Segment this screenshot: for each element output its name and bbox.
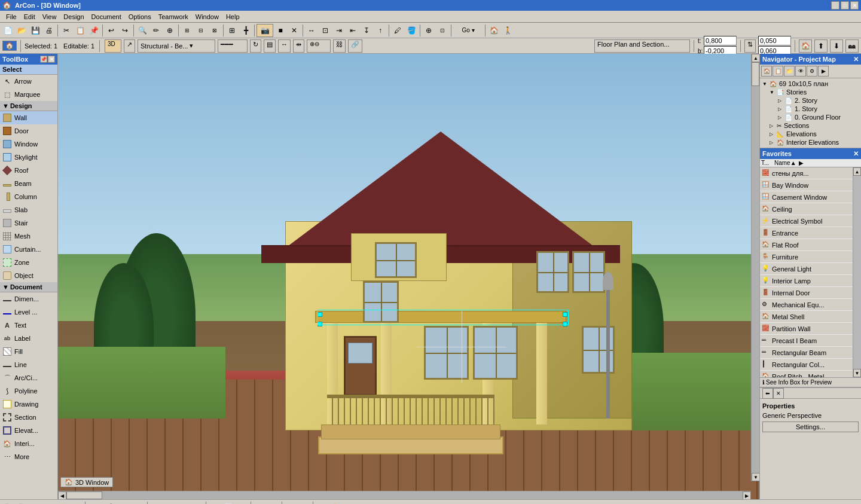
fav-item-6[interactable]: 🏠 Flat Roof <box>760 239 853 251</box>
select-tool[interactable]: Select <box>0 65 57 75</box>
menu-help[interactable]: Help <box>222 13 243 20</box>
document-section[interactable]: ▼ Document <box>0 282 57 292</box>
copy-button[interactable]: 📋 <box>74 24 87 37</box>
east-btn[interactable]: E <box>177 501 190 505</box>
pen-button[interactable]: 🖊 <box>391 24 404 37</box>
viewport-scrollbar-v[interactable]: ▲ ▼ <box>751 54 759 481</box>
toolbox-close[interactable]: ✕ <box>48 56 55 63</box>
zone-tool[interactable]: Zone <box>0 256 57 269</box>
tree-interior[interactable]: ▷ 🏠 Interior Elevations <box>761 138 860 146</box>
story-btn2[interactable]: ⬆ <box>814 39 828 53</box>
slab-tool[interactable]: Slab <box>0 203 57 216</box>
zoom-in-btn[interactable]: 🔍 <box>1 501 14 505</box>
expand-ground[interactable]: ▷ <box>778 115 784 120</box>
fav-item-9[interactable]: 💡 Interior Lamp <box>760 275 853 287</box>
c-input[interactable] <box>758 36 791 45</box>
scroll-left-btn[interactable]: ◀ <box>58 491 66 499</box>
nav-home-btn[interactable]: 🏠 <box>761 66 772 77</box>
render-button[interactable]: 📷 <box>257 24 273 37</box>
scroll-up-btn[interactable]: ▲ <box>752 54 759 62</box>
fav-sort-btn[interactable]: ▲ <box>790 160 799 166</box>
grid-button[interactable]: ⊞ <box>225 24 239 37</box>
walk-button[interactable]: 🚶 <box>501 24 514 37</box>
fill2-button[interactable]: 🪣 <box>405 24 418 37</box>
fav-item-3[interactable]: 🏠 Ceiling <box>760 203 853 215</box>
texture-btn[interactable]: 🖼 <box>315 501 328 505</box>
dimen-tool[interactable]: Dimen... <box>0 292 57 306</box>
section-tool[interactable]: Section <box>0 411 57 424</box>
nav-settings-btn[interactable]: ⚙ <box>807 66 817 77</box>
fav-sort2-btn[interactable]: ▶ <box>799 160 807 166</box>
zoom2-button[interactable]: ⊡ <box>436 24 449 37</box>
favorites-scrollbar[interactable]: ▲ ▼ <box>853 167 861 377</box>
fav-item-12[interactable]: 🏠 Metal Shell <box>760 311 853 323</box>
door-tool[interactable]: Door <box>0 124 57 138</box>
ortho-button[interactable]: ╋ <box>239 24 252 37</box>
node-button[interactable]: ⊕ <box>163 24 176 37</box>
nav-story-btn[interactable]: 📋 <box>773 66 783 77</box>
flip2-btn[interactable]: ⇅ <box>744 39 756 53</box>
viewport-3d[interactable]: ▲ ▼ ◀ ▶ 🏠 3D Window <box>58 54 759 499</box>
zoom-1-btn[interactable]: 1:1 <box>42 501 56 505</box>
menu-file[interactable]: File <box>2 13 20 20</box>
fav-item-7[interactable]: 🪑 Furniture <box>760 251 853 263</box>
scroll-down-btn[interactable]: ▼ <box>752 473 759 481</box>
scroll-thumb-h[interactable] <box>66 491 102 499</box>
fav-item-10[interactable]: 🚪 Internal Door <box>760 287 853 299</box>
tree-stories[interactable]: ▼ 📑 Stories <box>761 88 860 96</box>
view4-button[interactable]: ⇤ <box>346 24 359 37</box>
undo-button[interactable]: ↩ <box>105 24 118 37</box>
polyline-tool[interactable]: ⟆ Polyline <box>0 384 57 398</box>
menu-edit[interactable]: Edit <box>20 13 39 20</box>
pan-btn[interactable]: ✋ <box>56 501 69 505</box>
fav-item-5[interactable]: 🚪 Entrance <box>760 227 853 239</box>
menu-design[interactable]: Design <box>60 13 87 20</box>
material-btn[interactable]: 🎨 <box>329 501 342 505</box>
nav-arrow-btn[interactable]: ▶ <box>818 66 829 77</box>
close-button[interactable]: ✕ <box>850 1 859 10</box>
render3-button[interactable]: ✕ <box>288 24 301 37</box>
menu-document[interactable]: Document <box>88 13 125 20</box>
perspective-btn[interactable]: ⬜ <box>222 501 235 505</box>
fav-item-1[interactable]: 🪟 Bay Window <box>760 179 853 191</box>
flip-btn[interactable]: ↔ <box>278 39 291 53</box>
nav-view-btn[interactable]: 👁 <box>795 66 806 77</box>
floor-plan-btn[interactable]: Floor Plan and Section... <box>594 39 690 53</box>
floor-btn[interactable]: ⬇ <box>236 501 249 505</box>
fav-scroll-up[interactable]: ▲ <box>853 167 861 176</box>
paste-button[interactable]: 📌 <box>87 24 100 37</box>
shade-btn[interactable]: ⊞ <box>267 501 280 505</box>
tree-project[interactable]: ▼ 🏠 69 10x10,5 план <box>761 80 860 88</box>
tree-story-1[interactable]: ▷ 📄 1. Story <box>761 105 860 113</box>
maximize-button[interactable]: □ <box>841 1 849 10</box>
zoom-scale-btn[interactable]: ⊕⊖ <box>307 39 331 53</box>
render2-button[interactable]: ■ <box>274 24 287 37</box>
tree-ground-floor[interactable]: ▷ 📄 0. Ground Floor <box>761 113 860 121</box>
view5-button[interactable]: ↧ <box>360 24 373 37</box>
curtain-tool[interactable]: Curtain... <box>0 243 57 256</box>
fly-view-btn[interactable]: ✈ <box>118 501 132 505</box>
scroll-track-v[interactable] <box>752 62 759 473</box>
scroll-right-btn[interactable]: ▶ <box>743 491 751 499</box>
view3-button[interactable]: ⇥ <box>332 24 346 37</box>
wire-btn[interactable]: ⊟ <box>253 501 266 505</box>
expand-interior[interactable]: ▷ <box>770 140 775 145</box>
arc-tool[interactable]: ⌒ Arc/Ci... <box>0 371 57 384</box>
menu-teamwork[interactable]: Teamwork <box>155 13 192 20</box>
fav-item-16[interactable]: ┃ Rectangular Col... <box>760 359 853 371</box>
interior-tool[interactable]: 🏠 Interi... <box>0 437 57 450</box>
label-tool[interactable]: ab Label <box>0 332 57 345</box>
link-btn[interactable]: 🔗 <box>348 39 362 53</box>
fav-item-15[interactable]: ═ Rectangular Beam <box>760 347 853 359</box>
more-tool[interactable]: ⋯ More <box>0 450 57 463</box>
elevation-tool[interactable]: Elevat... <box>0 424 57 437</box>
toolbox-button[interactable]: 🏠 <box>2 41 17 51</box>
stair-tool[interactable]: Stair <box>0 216 57 230</box>
level-tool[interactable]: Level ... <box>0 306 57 319</box>
fav-item-14[interactable]: ═ Precast I Beam <box>760 335 853 347</box>
expand-sections[interactable]: ▷ <box>770 123 775 129</box>
fav-scroll-down[interactable]: ▼ <box>853 369 861 377</box>
walk-view-btn[interactable]: 🚶 <box>105 501 118 505</box>
north-btn[interactable]: N <box>149 501 163 505</box>
story-btn3[interactable]: ⬇ <box>830 39 843 53</box>
